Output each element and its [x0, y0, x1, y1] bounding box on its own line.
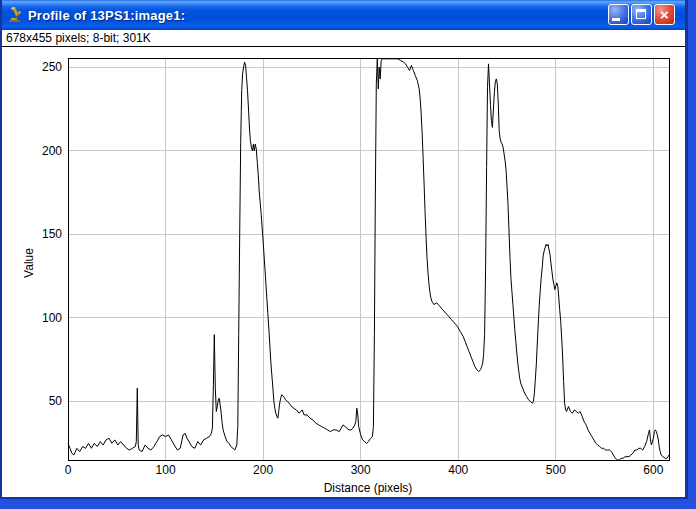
- status-text: 678x455 pixels; 8-bit; 301K: [6, 31, 151, 45]
- minimize-icon: [612, 18, 620, 21]
- close-button[interactable]: ×: [654, 4, 675, 25]
- close-icon: ×: [655, 5, 674, 24]
- window-inner: Profile of 13PS1:image1: × 678x455 pixel…: [0, 0, 688, 499]
- titlebar[interactable]: Profile of 13PS1:image1: ×: [2, 0, 685, 30]
- maximize-icon: [636, 9, 646, 19]
- maximize-button[interactable]: [631, 4, 652, 25]
- minimize-button[interactable]: [608, 4, 629, 25]
- window-controls: ×: [608, 4, 675, 25]
- imagej-profile-window: Profile of 13PS1:image1: × 678x455 pixel…: [0, 0, 696, 509]
- plot-canvas[interactable]: [2, 47, 685, 497]
- status-bar: 678x455 pixels; 8-bit; 301K: [2, 30, 685, 47]
- imagej-microscope-icon: [8, 7, 24, 23]
- window-title: Profile of 13PS1:image1:: [28, 8, 185, 23]
